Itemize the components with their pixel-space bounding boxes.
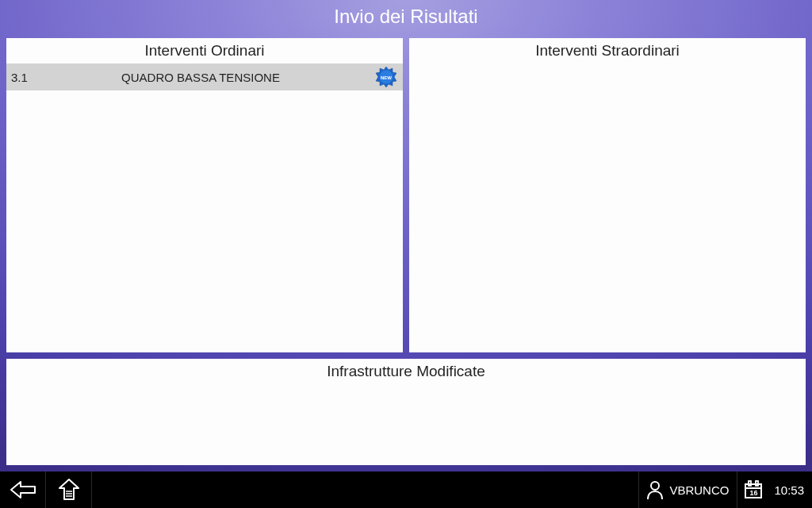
home-arrow-icon xyxy=(58,478,80,502)
list-item-label: QUADRO BASSA TENSIONE xyxy=(49,71,368,84)
calendar-button[interactable]: 16 xyxy=(737,471,769,508)
panel-extraordinary-title: Interventi Straordinari xyxy=(409,38,806,64)
main-area: Interventi Ordinari 3.1 QUADRO BASSA TEN… xyxy=(0,33,812,471)
panel-ordinary-body: 3.1 QUADRO BASSA TENSIONE NEW xyxy=(6,64,403,352)
panel-infrastructure-title: Infrastrutture Modificate xyxy=(6,359,806,384)
clock-label: 10:53 xyxy=(769,471,812,508)
footer-spacer xyxy=(92,471,638,508)
list-item-code: 3.1 xyxy=(11,71,43,84)
page-header: Invio dei Risultati xyxy=(0,0,812,33)
panel-infrastructure-body xyxy=(6,384,806,465)
page-title: Invio dei Risultati xyxy=(334,6,477,28)
username-label: VBRUNCO xyxy=(669,483,729,497)
back-arrow-icon xyxy=(10,480,36,499)
svg-point-5 xyxy=(651,482,659,490)
panel-ordinary: Interventi Ordinari 3.1 QUADRO BASSA TEN… xyxy=(6,38,403,352)
user-icon xyxy=(645,479,665,500)
back-button[interactable] xyxy=(0,471,46,508)
panel-ordinary-title: Interventi Ordinari xyxy=(6,38,403,64)
panel-extraordinary: Interventi Straordinari xyxy=(409,38,806,352)
top-row: Interventi Ordinari 3.1 QUADRO BASSA TEN… xyxy=(6,38,806,352)
list-item[interactable]: 3.1 QUADRO BASSA TENSIONE NEW xyxy=(6,64,403,90)
home-button[interactable] xyxy=(46,471,92,508)
footer-bar: VBRUNCO 16 10:53 xyxy=(0,471,812,508)
calendar-day-label: 16 xyxy=(749,489,757,497)
panel-infrastructure: Infrastrutture Modificate xyxy=(6,359,806,465)
svg-text:NEW: NEW xyxy=(381,75,392,80)
new-badge-icon: NEW xyxy=(374,65,398,89)
panel-extraordinary-body xyxy=(409,64,806,352)
user-button[interactable]: VBRUNCO xyxy=(638,471,737,508)
